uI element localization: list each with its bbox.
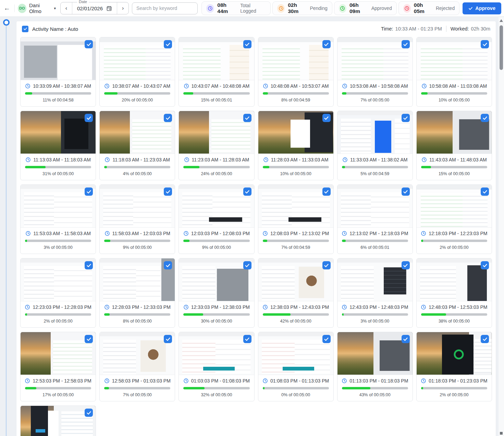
card-checkbox[interactable] [164,187,172,196]
card-checkbox[interactable] [164,40,172,48]
card-thumbnail[interactable] [100,258,175,301]
card-checkbox[interactable] [85,114,93,122]
card-progress-bar [421,240,487,242]
card-thumbnail[interactable] [179,258,254,301]
card-thumbnail[interactable] [100,111,175,154]
card-progress-bar [421,387,487,389]
card-progress-text: 7% of 00:05:00 [342,98,408,102]
card-thumbnail[interactable] [417,185,492,228]
check-icon [86,410,91,415]
scrollbar[interactable] [499,17,504,436]
card-thumbnail[interactable] [21,258,96,301]
card-checkbox[interactable] [164,335,172,343]
calendar-icon[interactable] [106,5,112,11]
card-checkbox[interactable] [243,114,251,122]
card-checkbox[interactable] [322,114,331,122]
card-thumbnail[interactable] [21,406,96,436]
card-thumbnail[interactable] [258,37,333,80]
card-thumbnail[interactable] [337,185,413,228]
card-checkbox[interactable] [322,261,331,269]
screenshot-card: 10:33:09 AM - 10:38:07 AM 11% of 00:04:5… [20,37,96,107]
card-thumbnail[interactable] [258,258,333,301]
card-checkbox[interactable] [243,187,251,196]
card-thumbnail[interactable] [258,185,333,228]
card-thumbnail[interactable] [100,37,175,80]
card-progress-fill [421,166,431,168]
card-progress-fill [25,92,32,95]
card-thumbnail[interactable] [417,258,492,301]
card-checkbox[interactable] [164,261,172,269]
card-thumbnail[interactable] [337,37,413,80]
clock-icon [206,4,214,13]
card-checkbox[interactable] [481,335,489,343]
scroll-down-arrow-icon[interactable] [500,432,503,435]
clock-icon [25,378,30,384]
card-thumbnail[interactable] [100,332,175,375]
card-info: 12:03:03 PM - 12:08:03 PM 9% of 00:05:00 [179,228,254,254]
card-thumbnail[interactable] [21,37,96,80]
clock-icon [105,231,110,236]
card-checkbox[interactable] [85,409,93,417]
card-thumbnail[interactable] [21,332,96,375]
card-thumbnail[interactable] [337,258,413,301]
card-checkbox[interactable] [402,40,410,48]
card-checkbox[interactable] [402,187,410,196]
card-thumbnail[interactable] [258,111,333,154]
next-day-button[interactable]: › [117,2,128,14]
card-checkbox[interactable] [85,187,93,196]
card-thumbnail[interactable] [179,37,254,80]
card-time-range: 11:43:03 AM - 11:48:03 AM [429,157,487,162]
card-thumbnail[interactable] [179,185,254,228]
approve-button[interactable]: Approve [463,2,501,14]
user-menu[interactable]: DO Dani Olmo ▾ [18,2,56,14]
card-checkbox[interactable] [402,261,410,269]
card-checkbox[interactable] [85,40,93,48]
card-thumbnail[interactable] [417,111,492,154]
card-thumbnail[interactable] [417,37,492,80]
card-thumbnail[interactable] [337,111,413,154]
card-checkbox[interactable] [164,114,172,122]
card-progress-bar [183,166,249,168]
card-checkbox[interactable] [85,261,93,269]
scroll-up-arrow-icon[interactable] [500,19,503,22]
card-checkbox[interactable] [402,335,410,343]
card-thumbnail[interactable] [337,332,413,375]
prev-day-button[interactable]: ‹ [61,2,72,14]
card-thumbnail[interactable] [21,185,96,228]
clock-icon [184,157,189,162]
card-checkbox[interactable] [402,114,410,122]
card-checkbox[interactable] [243,335,251,343]
back-arrow-icon[interactable]: ← [3,4,11,13]
card-thumbnail[interactable] [179,332,254,375]
card-progress-fill [183,166,199,168]
card-checkbox[interactable] [85,335,93,343]
card-thumbnail[interactable] [21,111,96,154]
card-checkbox[interactable] [481,261,489,269]
clock-icon [342,157,348,162]
card-time-range: 01:13:03 PM - 01:18:03 PM [349,378,408,384]
card-thumbnail[interactable] [179,111,254,154]
card-thumbnail[interactable] [417,332,492,375]
card-checkbox[interactable] [322,335,331,343]
date-field[interactable]: 02/01/2026 [72,2,117,14]
card-checkbox[interactable] [243,40,251,48]
card-time-range: 10:58:08 AM - 11:03:08 AM [429,83,487,89]
card-thumbnail[interactable] [258,332,333,375]
screenshot-card: 12:18:03 PM - 12:23:03 PM 2% of 00:05:00 [416,184,492,254]
check-icon [245,337,250,342]
card-checkbox[interactable] [243,261,251,269]
card-checkbox[interactable] [322,187,331,196]
card-progress-bar [104,240,170,242]
card-checkbox[interactable] [481,187,489,196]
card-thumbnail[interactable] [100,185,175,228]
search-input[interactable] [132,2,198,14]
card-checkbox[interactable] [322,40,331,48]
scrollbar-thumb[interactable] [500,25,503,70]
activity-checkbox[interactable] [22,26,28,32]
card-checkbox[interactable] [481,114,489,122]
stat-pending: 02h 30m Pending [272,1,332,15]
clock-icon [105,157,110,162]
check-icon [245,189,250,194]
screenshot-card: 10:53:08 AM - 10:58:08 AM 7% of 00:05:00 [337,37,413,107]
card-checkbox[interactable] [481,40,489,48]
